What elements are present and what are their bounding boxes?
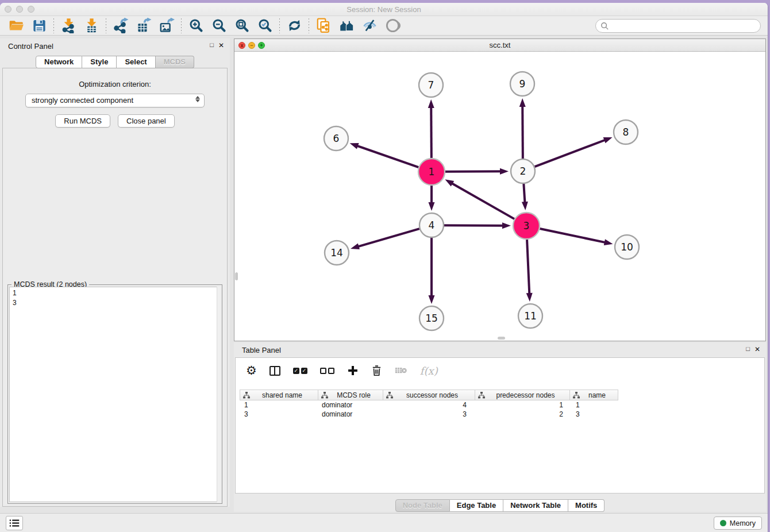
save-session-button[interactable] <box>28 17 51 35</box>
show-columns-button[interactable] <box>270 366 280 376</box>
export-table-icon <box>136 18 152 33</box>
column-label: successor nodes <box>393 391 475 399</box>
search-input[interactable] <box>609 20 760 32</box>
clone-network-icon <box>316 18 332 33</box>
mcds-result-text[interactable]: 1 3 <box>9 287 221 502</box>
criterion-select[interactable]: strongly connected component <box>25 94 205 107</box>
edge-3-11[interactable] <box>527 240 529 294</box>
arrowhead-icon <box>350 143 359 149</box>
column-header-MCDS-role[interactable]: MCDS role <box>318 390 383 400</box>
zoom-selected-button[interactable] <box>253 17 276 35</box>
close-panel-icon[interactable]: ✕ <box>218 41 224 49</box>
network-window-titlebar: x − + scc.txt <box>234 39 765 52</box>
arrowhead-icon <box>519 98 526 107</box>
close-table-panel-icon[interactable]: ✕ <box>754 345 760 353</box>
criterion-value: strongly connected component <box>32 96 133 105</box>
table-cell[interactable]: 3 <box>240 410 318 419</box>
attribute-type-icon <box>321 392 328 399</box>
export-image-button[interactable] <box>155 17 178 35</box>
node-label-3: 3 <box>523 220 530 232</box>
clone-network-button[interactable] <box>312 17 335 35</box>
arrowhead-icon <box>526 293 533 302</box>
home-view-button[interactable] <box>335 17 358 35</box>
network-graph[interactable]: 7968124314101511 <box>234 52 765 341</box>
open-session-button[interactable] <box>5 17 28 35</box>
tab-node-table[interactable]: Node Table <box>395 499 450 512</box>
control-panel-tabs: NetworkStyleSelectMCDS <box>0 56 230 68</box>
export-network-button[interactable] <box>109 17 132 35</box>
tab-select[interactable]: Select <box>117 56 155 68</box>
edge-2-9[interactable] <box>522 106 523 159</box>
result-scrollbar[interactable] <box>217 287 221 502</box>
float-table-panel-icon[interactable]: □ <box>746 345 750 353</box>
tab-network-table[interactable]: Network Table <box>503 499 568 512</box>
table-row[interactable]: 3dominator323 <box>240 410 618 419</box>
column-header-successor-nodes[interactable]: successor nodes <box>383 390 475 400</box>
edge-1-2[interactable] <box>445 171 501 172</box>
edge-4-14[interactable] <box>357 229 419 246</box>
table-settings-button[interactable]: ⚙ <box>246 365 257 376</box>
edge-3-10[interactable] <box>540 229 605 242</box>
table-cell[interactable]: 2 <box>475 410 570 419</box>
table-cell[interactable]: dominator <box>318 410 383 419</box>
select-all-button[interactable]: ✓✓ <box>293 368 307 374</box>
zoom-out-icon <box>211 18 227 33</box>
function-builder-button-disabled: f(x) <box>420 365 438 377</box>
tab-motifs[interactable]: Motifs <box>568 499 605 512</box>
table-row[interactable]: 1dominator411 <box>240 400 618 410</box>
import-network-button[interactable] <box>57 17 80 35</box>
edge-2-3[interactable] <box>523 184 525 203</box>
delete-table-button-disabled <box>395 366 407 375</box>
zoom-fit-button[interactable] <box>230 17 253 35</box>
tab-mcds[interactable]: MCDS <box>156 56 194 68</box>
birdseye-view-button[interactable] <box>381 17 404 35</box>
add-row-button[interactable] <box>347 365 359 376</box>
edge-3-1[interactable] <box>452 183 514 219</box>
close-panel-button[interactable]: Close panel <box>118 114 175 128</box>
zoom-in-button[interactable] <box>184 17 207 35</box>
column-header-name[interactable]: name <box>570 390 618 400</box>
deselect-all-button[interactable] <box>320 368 334 374</box>
arrowhead-icon <box>351 244 360 250</box>
table-cell[interactable]: 3 <box>570 410 618 419</box>
delete-row-button[interactable] <box>371 365 382 376</box>
table-cell[interactable]: 1 <box>570 400 618 410</box>
column-header-shared-name[interactable]: shared name <box>240 390 318 400</box>
tab-network[interactable]: Network <box>36 56 82 68</box>
edge-4-3[interactable] <box>444 225 503 226</box>
table-cell[interactable]: 1 <box>240 400 318 410</box>
tab-style[interactable]: Style <box>82 56 117 68</box>
export-table-button[interactable] <box>132 17 155 35</box>
import-table-button[interactable] <box>80 17 103 35</box>
column-header-predecessor-nodes[interactable]: predecessor nodes <box>475 390 570 400</box>
table-cell[interactable]: 1 <box>475 400 570 410</box>
edge-1-6[interactable] <box>357 146 418 168</box>
tab-edge-table[interactable]: Edge Table <box>450 499 503 512</box>
zoom-fit-icon <box>234 18 250 33</box>
node-label-6: 6 <box>333 133 340 144</box>
float-panel-icon[interactable]: □ <box>210 41 214 49</box>
arrowhead-icon <box>429 202 435 211</box>
column-label: MCDS role <box>328 391 383 399</box>
edge-2-8[interactable] <box>535 140 606 167</box>
network-view-window: x − + scc.txt 7968124314101511 <box>234 38 766 341</box>
horizontal-scrollbar-thumb[interactable] <box>498 337 505 340</box>
task-history-button[interactable] <box>6 516 23 530</box>
network-canvas[interactable]: 7968124314101511 <box>234 52 765 341</box>
run-mcds-button[interactable]: Run MCDS <box>55 114 110 128</box>
plus-icon <box>347 365 359 376</box>
hide-graphics-button[interactable] <box>358 17 381 35</box>
node-label-4: 4 <box>429 219 435 231</box>
node-label-10: 10 <box>621 241 633 253</box>
table-cell[interactable]: dominator <box>318 400 383 410</box>
memory-button[interactable]: Memory <box>714 516 762 530</box>
column-label: shared name <box>250 391 318 399</box>
table-cell[interactable]: 3 <box>383 410 475 419</box>
refresh-layout-button[interactable] <box>283 17 306 35</box>
table-cell[interactable]: 4 <box>383 400 475 410</box>
edge-1-7[interactable] <box>431 107 432 158</box>
toolbar-separator <box>309 18 309 33</box>
zoom-out-button[interactable] <box>207 17 230 35</box>
attribute-type-icon <box>478 392 485 399</box>
vertical-scrollbar-thumb[interactable] <box>235 272 238 280</box>
